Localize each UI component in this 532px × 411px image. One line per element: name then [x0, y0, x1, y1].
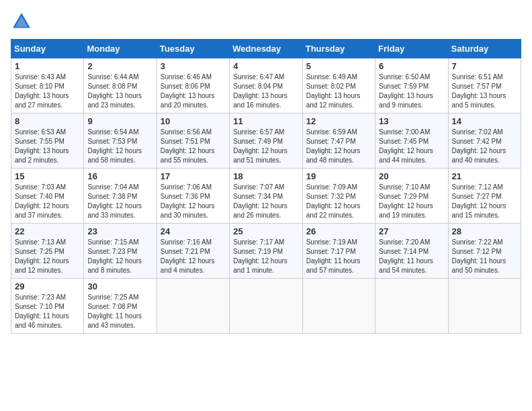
cell-info: Sunrise: 6:56 AMSunset: 7:51 PMDaylight:… [161, 128, 226, 165]
cell-info: Sunrise: 6:47 AMSunset: 8:04 PMDaylight:… [233, 73, 298, 110]
day-number: 28 [452, 226, 517, 236]
day-number: 13 [379, 116, 444, 126]
calendar-cell: 26Sunrise: 7:19 AMSunset: 7:17 PMDayligh… [302, 224, 375, 279]
calendar-cell: 18Sunrise: 7:07 AMSunset: 7:34 PMDayligh… [230, 169, 302, 224]
day-number: 6 [379, 61, 444, 71]
calendar-cell: 9Sunrise: 6:54 AMSunset: 7:53 PMDaylight… [84, 113, 157, 169]
cell-info: Sunrise: 6:50 AMSunset: 7:59 PMDaylight:… [379, 73, 444, 110]
week-row-5: 29Sunrise: 7:23 AMSunset: 7:10 PMDayligh… [11, 279, 521, 334]
week-row-1: 1Sunrise: 6:43 AMSunset: 8:10 PMDaylight… [11, 58, 521, 113]
calendar-cell: 11Sunrise: 6:57 AMSunset: 7:49 PMDayligh… [230, 113, 302, 169]
day-number: 14 [452, 116, 517, 126]
cell-info: Sunrise: 6:57 AMSunset: 7:49 PMDaylight:… [233, 128, 298, 165]
day-number: 7 [452, 61, 517, 71]
day-number: 8 [15, 116, 80, 126]
calendar-cell: 15Sunrise: 7:03 AMSunset: 7:40 PMDayligh… [11, 169, 84, 224]
header-row: SundayMondayTuesdayWednesdayThursdayFrid… [11, 40, 521, 58]
day-number: 21 [452, 171, 517, 181]
calendar-cell: 22Sunrise: 7:13 AMSunset: 7:25 PMDayligh… [11, 224, 84, 279]
calendar-cell [157, 279, 229, 334]
day-number: 24 [161, 226, 226, 236]
day-number: 18 [233, 171, 298, 181]
calendar-cell: 17Sunrise: 7:06 AMSunset: 7:36 PMDayligh… [157, 169, 229, 224]
cell-info: Sunrise: 7:02 AMSunset: 7:42 PMDaylight:… [452, 128, 517, 165]
day-number: 17 [161, 171, 226, 181]
cell-info: Sunrise: 7:10 AMSunset: 7:29 PMDaylight:… [379, 183, 444, 220]
day-number: 27 [379, 226, 444, 236]
calendar-cell: 27Sunrise: 7:20 AMSunset: 7:14 PMDayligh… [375, 224, 448, 279]
week-row-4: 22Sunrise: 7:13 AMSunset: 7:25 PMDayligh… [11, 224, 521, 279]
day-number: 2 [87, 61, 152, 71]
cell-info: Sunrise: 7:00 AMSunset: 7:45 PMDaylight:… [379, 128, 444, 165]
calendar-cell [448, 279, 521, 334]
cell-info: Sunrise: 6:54 AMSunset: 7:53 PMDaylight:… [87, 128, 152, 165]
cell-info: Sunrise: 6:49 AMSunset: 8:02 PMDaylight:… [306, 73, 371, 110]
calendar-cell: 28Sunrise: 7:22 AMSunset: 7:12 PMDayligh… [448, 224, 521, 279]
calendar-cell: 20Sunrise: 7:10 AMSunset: 7:29 PMDayligh… [375, 169, 448, 224]
day-number: 22 [15, 226, 80, 236]
cell-info: Sunrise: 7:16 AMSunset: 7:21 PMDaylight:… [161, 238, 226, 275]
cell-info: Sunrise: 7:15 AMSunset: 7:23 PMDaylight:… [87, 238, 152, 275]
cell-info: Sunrise: 7:03 AMSunset: 7:40 PMDaylight:… [15, 183, 80, 220]
col-header-saturday: Saturday [448, 40, 521, 58]
calendar-cell: 19Sunrise: 7:09 AMSunset: 7:32 PMDayligh… [302, 169, 375, 224]
cell-info: Sunrise: 7:23 AMSunset: 7:10 PMDaylight:… [15, 293, 80, 330]
calendar-cell: 23Sunrise: 7:15 AMSunset: 7:23 PMDayligh… [84, 224, 157, 279]
col-header-monday: Monday [84, 40, 157, 58]
day-number: 29 [15, 281, 80, 291]
cell-info: Sunrise: 7:06 AMSunset: 7:36 PMDaylight:… [161, 183, 226, 220]
cell-info: Sunrise: 7:12 AMSunset: 7:27 PMDaylight:… [452, 183, 517, 220]
calendar-cell: 6Sunrise: 6:50 AMSunset: 7:59 PMDaylight… [375, 58, 448, 113]
calendar-cell: 7Sunrise: 6:51 AMSunset: 7:57 PMDaylight… [448, 58, 521, 113]
calendar-cell [302, 279, 375, 334]
calendar-cell: 25Sunrise: 7:17 AMSunset: 7:19 PMDayligh… [230, 224, 302, 279]
day-number: 25 [233, 226, 298, 236]
cell-info: Sunrise: 6:43 AMSunset: 8:10 PMDaylight:… [15, 73, 80, 110]
calendar-table: SundayMondayTuesdayWednesdayThursdayFrid… [11, 39, 521, 334]
calendar-cell: 10Sunrise: 6:56 AMSunset: 7:51 PMDayligh… [157, 113, 229, 169]
day-number: 9 [87, 116, 152, 126]
col-header-wednesday: Wednesday [230, 40, 302, 58]
col-header-friday: Friday [375, 40, 448, 58]
day-number: 26 [306, 226, 371, 236]
calendar-cell: 12Sunrise: 6:59 AMSunset: 7:47 PMDayligh… [302, 113, 375, 169]
cell-info: Sunrise: 6:53 AMSunset: 7:55 PMDaylight:… [15, 128, 80, 165]
calendar-cell: 8Sunrise: 6:53 AMSunset: 7:55 PMDaylight… [11, 113, 84, 169]
cell-info: Sunrise: 7:17 AMSunset: 7:19 PMDaylight:… [233, 238, 298, 275]
cell-info: Sunrise: 7:20 AMSunset: 7:14 PMDaylight:… [379, 238, 444, 275]
day-number: 1 [15, 61, 80, 71]
day-number: 3 [161, 61, 226, 71]
week-row-3: 15Sunrise: 7:03 AMSunset: 7:40 PMDayligh… [11, 169, 521, 224]
calendar-cell: 13Sunrise: 7:00 AMSunset: 7:45 PMDayligh… [375, 113, 448, 169]
cell-info: Sunrise: 6:44 AMSunset: 8:08 PMDaylight:… [87, 73, 152, 110]
calendar-cell: 3Sunrise: 6:46 AMSunset: 8:06 PMDaylight… [157, 58, 229, 113]
cell-info: Sunrise: 7:09 AMSunset: 7:32 PMDaylight:… [306, 183, 371, 220]
calendar-cell [375, 279, 448, 334]
calendar-cell: 4Sunrise: 6:47 AMSunset: 8:04 PMDaylight… [230, 58, 302, 113]
day-number: 23 [87, 226, 152, 236]
day-number: 12 [306, 116, 371, 126]
cell-info: Sunrise: 7:07 AMSunset: 7:34 PMDaylight:… [233, 183, 298, 220]
logo-icon [11, 11, 32, 32]
day-number: 16 [87, 171, 152, 181]
calendar-cell [230, 279, 302, 334]
calendar-cell: 29Sunrise: 7:23 AMSunset: 7:10 PMDayligh… [11, 279, 84, 334]
day-number: 15 [15, 171, 80, 181]
col-header-sunday: Sunday [11, 40, 84, 58]
cell-info: Sunrise: 7:04 AMSunset: 7:38 PMDaylight:… [87, 183, 152, 220]
day-number: 19 [306, 171, 371, 181]
calendar-cell: 21Sunrise: 7:12 AMSunset: 7:27 PMDayligh… [448, 169, 521, 224]
cell-info: Sunrise: 7:13 AMSunset: 7:25 PMDaylight:… [15, 238, 80, 275]
calendar-cell: 2Sunrise: 6:44 AMSunset: 8:08 PMDaylight… [84, 58, 157, 113]
page-header [11, 11, 521, 32]
calendar-cell: 5Sunrise: 6:49 AMSunset: 8:02 PMDaylight… [302, 58, 375, 113]
calendar-cell: 30Sunrise: 7:25 AMSunset: 7:08 PMDayligh… [84, 279, 157, 334]
calendar-cell: 24Sunrise: 7:16 AMSunset: 7:21 PMDayligh… [157, 224, 229, 279]
day-number: 30 [87, 281, 152, 291]
cell-info: Sunrise: 6:46 AMSunset: 8:06 PMDaylight:… [161, 73, 226, 110]
day-number: 4 [233, 61, 298, 71]
calendar-cell: 16Sunrise: 7:04 AMSunset: 7:38 PMDayligh… [84, 169, 157, 224]
calendar-cell: 1Sunrise: 6:43 AMSunset: 8:10 PMDaylight… [11, 58, 84, 113]
col-header-thursday: Thursday [302, 40, 375, 58]
day-number: 10 [161, 116, 226, 126]
